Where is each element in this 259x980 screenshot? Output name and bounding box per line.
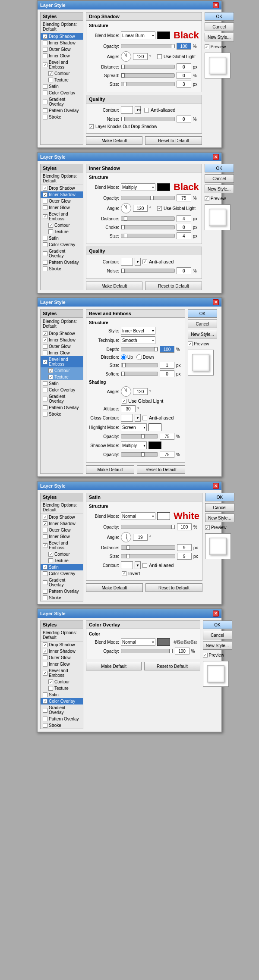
c-be-4[interactable] bbox=[43, 543, 47, 548]
ok-button-2[interactable]: OK bbox=[205, 164, 234, 172]
c-be-3[interactable] bbox=[43, 360, 47, 364]
noise-input[interactable] bbox=[177, 116, 191, 122]
c-be-5[interactable] bbox=[43, 671, 47, 676]
c-og-3[interactable] bbox=[43, 344, 47, 349]
style-bevel-emboss[interactable]: Bevel and Emboss bbox=[41, 59, 83, 70]
s-go-4[interactable]: Gradient Overlay bbox=[41, 577, 83, 588]
style-stroke[interactable]: Stroke bbox=[41, 114, 83, 120]
size-input-4[interactable] bbox=[177, 553, 192, 560]
new-style-button-2[interactable]: New Style... bbox=[205, 185, 234, 193]
s-og-4[interactable]: Outer Glow bbox=[41, 527, 83, 533]
ok-button-5[interactable]: OK bbox=[203, 620, 232, 629]
shadow-opacity-thumb[interactable] bbox=[141, 452, 145, 457]
c-ig-3[interactable] bbox=[43, 351, 47, 355]
opacity-slider-5[interactable] bbox=[121, 649, 173, 653]
preview-checkbox-5[interactable] bbox=[203, 653, 208, 658]
direction-up-radio[interactable] bbox=[121, 354, 126, 360]
opacity-thumb-4[interactable] bbox=[171, 525, 175, 529]
size-input-3[interactable] bbox=[160, 362, 174, 369]
chk-be-2[interactable] bbox=[43, 214, 47, 219]
s-og-3[interactable]: Outer Glow bbox=[41, 343, 83, 350]
size-input-2[interactable] bbox=[177, 232, 191, 239]
s-sat-3[interactable]: Satin bbox=[41, 380, 83, 387]
angle-dial[interactable] bbox=[121, 51, 131, 62]
chk-t-2[interactable] bbox=[48, 229, 53, 234]
c-is-4[interactable] bbox=[43, 521, 47, 526]
style-satin[interactable]: Satin bbox=[41, 83, 83, 90]
noise-slider-2[interactable] bbox=[121, 269, 175, 273]
style-satin-2[interactable]: Satin bbox=[41, 235, 83, 241]
cancel-button[interactable]: Cancel bbox=[205, 22, 234, 31]
distance-input-4[interactable] bbox=[177, 544, 192, 551]
c-ds-3[interactable] bbox=[43, 331, 47, 336]
blending-options-5[interactable]: Blending Options: Default bbox=[41, 629, 83, 642]
checkbox-inner-shadow[interactable] bbox=[43, 41, 47, 45]
ok-button-3[interactable]: OK bbox=[188, 309, 217, 318]
anti-aliased-satin-checkbox[interactable] bbox=[142, 563, 147, 568]
distance-slider-4[interactable] bbox=[121, 545, 175, 550]
style-contour[interactable]: Contour bbox=[41, 70, 83, 77]
s-co-4[interactable]: Color Overlay bbox=[41, 570, 83, 577]
opacity-input[interactable] bbox=[177, 43, 191, 50]
size-slider-3[interactable] bbox=[121, 363, 158, 367]
style-inner-shadow-2[interactable]: Inner Shadow bbox=[41, 191, 83, 198]
c-ig-4[interactable] bbox=[43, 534, 47, 539]
new-style-button[interactable]: New Style... bbox=[205, 33, 234, 41]
global-light-checkbox[interactable] bbox=[157, 54, 162, 59]
s-go-5[interactable]: Gradient Overlay bbox=[41, 704, 83, 716]
size-thumb-3[interactable] bbox=[122, 363, 126, 367]
color-swatch-2[interactable] bbox=[157, 183, 170, 191]
distance-thumb-2[interactable] bbox=[124, 216, 127, 221]
c-is-5[interactable] bbox=[43, 649, 47, 654]
opacity-thumb[interactable] bbox=[171, 44, 174, 48]
checkbox-contour[interactable] bbox=[48, 71, 53, 76]
checkbox-color-overlay[interactable] bbox=[43, 91, 47, 95]
style-outer-glow[interactable]: Outer Glow bbox=[41, 46, 83, 53]
style-texture-2[interactable]: Texture bbox=[41, 229, 83, 235]
opacity-slider[interactable] bbox=[121, 44, 175, 48]
cancel-button-5[interactable]: Cancel bbox=[203, 631, 232, 639]
style-inner-glow-2[interactable]: Inner Glow bbox=[41, 204, 83, 211]
altitude-input[interactable] bbox=[121, 405, 136, 412]
opacity-input-5[interactable] bbox=[175, 648, 190, 654]
c-po-3[interactable] bbox=[43, 405, 47, 410]
checkbox-pattern-overlay[interactable] bbox=[43, 108, 47, 113]
c-og-4[interactable] bbox=[43, 528, 47, 532]
distance-thumb-4[interactable] bbox=[126, 545, 130, 550]
blend-color-swatch[interactable] bbox=[157, 31, 170, 39]
s-co-3[interactable]: Color Overlay bbox=[41, 387, 83, 393]
s-be-5[interactable]: Bevel and Emboss bbox=[41, 667, 83, 679]
soften-slider[interactable] bbox=[121, 372, 158, 376]
global-light-checkbox-2[interactable] bbox=[157, 206, 162, 211]
checkbox-drop-shadow[interactable] bbox=[43, 34, 47, 39]
satin-color-swatch[interactable] bbox=[157, 512, 170, 520]
c-str-3[interactable] bbox=[43, 412, 47, 416]
chk-og-2[interactable] bbox=[43, 199, 47, 204]
spread-input[interactable] bbox=[177, 72, 191, 79]
checkbox-texture[interactable] bbox=[48, 78, 53, 82]
preview-checkbox-2[interactable] bbox=[205, 196, 209, 201]
gloss-contour-preview[interactable] bbox=[121, 414, 133, 422]
gloss-contour-btn[interactable]: ▼ bbox=[135, 414, 141, 422]
make-default-btn-5[interactable]: Make Default bbox=[86, 662, 142, 670]
style-texture[interactable]: Texture bbox=[41, 77, 83, 83]
s-str-4[interactable]: Stroke bbox=[41, 595, 83, 601]
s-sat-4[interactable]: Satin bbox=[41, 564, 83, 570]
c-str-4[interactable] bbox=[43, 595, 47, 600]
s-str-5[interactable]: Stroke bbox=[41, 722, 83, 729]
blend-mode-select-2[interactable]: Multiply bbox=[121, 183, 155, 191]
c-is-3[interactable] bbox=[43, 338, 47, 342]
chk-str-2[interactable] bbox=[43, 266, 47, 271]
reset-default-btn-4[interactable]: Reset to Default bbox=[145, 583, 202, 592]
opacity-input-4[interactable] bbox=[177, 523, 192, 530]
highlight-color-swatch[interactable] bbox=[148, 423, 161, 431]
checkbox-satin[interactable] bbox=[43, 84, 47, 89]
s-ig-5[interactable]: Inner Glow bbox=[41, 661, 83, 667]
style-po-2[interactable]: Pattern Overlay bbox=[41, 259, 83, 266]
style-pattern-overlay[interactable]: Pattern Overlay bbox=[41, 107, 83, 114]
blending-options-3[interactable]: Blending Options: Default bbox=[41, 318, 83, 330]
checkbox-stroke[interactable] bbox=[43, 115, 47, 119]
s-is-5[interactable]: Inner Shadow bbox=[41, 648, 83, 654]
s-c-5[interactable]: Contour bbox=[41, 679, 83, 685]
c-c-3[interactable] bbox=[48, 368, 53, 373]
